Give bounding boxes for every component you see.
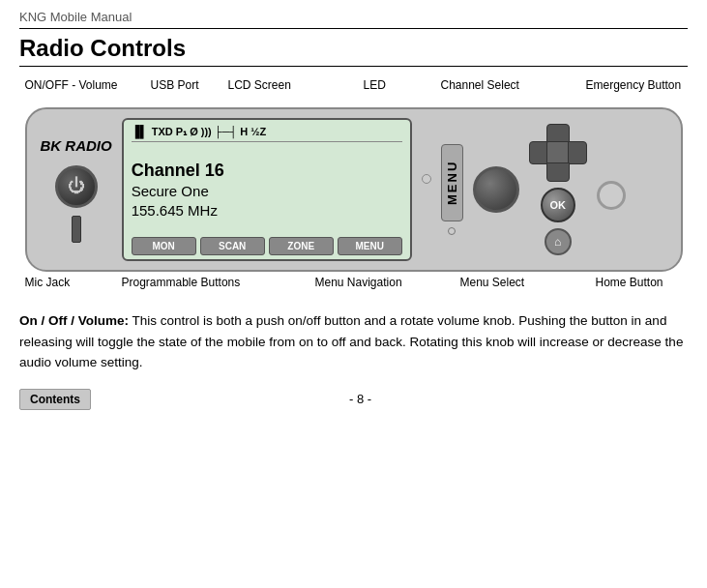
menu-column: MENU <box>441 144 463 235</box>
nav-center-button[interactable] <box>546 141 570 164</box>
lcd-btn-menu[interactable]: MENU <box>338 237 402 255</box>
label-menu-navigation: Menu Navigation <box>315 276 402 289</box>
section-title: Radio Controls <box>19 35 688 62</box>
section-divider <box>19 66 688 67</box>
label-mic-jack: Mic Jack <box>25 276 71 289</box>
usb-port[interactable] <box>72 216 81 243</box>
lcd-display: ▐▌ TXD P₁ Ø ))) ├─┤ H ½Z Channel 16 Secu… <box>122 118 412 261</box>
lcd-main-text: Channel 16 Secure One 155.645 MHz <box>132 146 402 233</box>
power-knob[interactable] <box>55 165 98 208</box>
lcd-secure: Secure One <box>132 182 402 201</box>
channel-select-knob[interactable] <box>473 166 519 213</box>
manual-title: KNG Mobile Manual <box>19 10 688 24</box>
label-menu-select: Menu Select <box>460 276 525 289</box>
nav-right-button[interactable] <box>568 141 587 164</box>
lcd-buttons: MON SCAN ZONE MENU <box>132 237 402 255</box>
page-header: KNG Mobile Manual <box>19 10 688 29</box>
lcd-btn-scan[interactable]: SCAN <box>200 237 265 255</box>
top-labels: ON/OFF - Volume USB Port LCD Screen LED … <box>25 78 683 107</box>
contents-button[interactable]: Contents <box>19 389 91 410</box>
led-indicator <box>422 174 431 184</box>
lcd-status-bar: ▐▌ TXD P₁ Ø ))) ├─┤ H ½Z <box>132 125 402 142</box>
label-programmable-buttons: Programmable Buttons <box>122 276 241 289</box>
label-home-button: Home Button <box>596 276 663 289</box>
radio-body: BK RADIO ▐▌ TXD P₁ Ø ))) ├─┤ H ½Z Channe… <box>25 107 683 272</box>
lcd-btn-mon[interactable]: MON <box>132 237 196 255</box>
lcd-channel: Channel 16 <box>132 160 402 182</box>
page-number: - 8 - <box>91 392 630 406</box>
menu-vertical-label[interactable]: MENU <box>441 144 463 221</box>
label-led: LED <box>364 78 386 92</box>
ok-button[interactable]: OK <box>541 188 575 222</box>
label-on-off-volume: ON/OFF - Volume <box>25 78 118 92</box>
bottom-labels: Mic Jack Programmable Buttons Menu Navig… <box>25 276 683 301</box>
led-small <box>448 227 456 235</box>
nav-left-button[interactable] <box>529 141 548 164</box>
body-text: On / Off / Volume: This control is both … <box>19 310 688 373</box>
label-usb-port: USB Port <box>151 78 199 92</box>
nav-section: OK ⌂ <box>529 124 587 255</box>
nav-cross <box>529 124 587 182</box>
label-emergency-button: Emergency Button <box>586 78 682 92</box>
nav-down-button[interactable] <box>546 162 570 182</box>
signal-icon: ▐▌ <box>132 125 148 138</box>
body-heading: On / Off / Volume: <box>19 313 129 328</box>
left-section: BK RADIO <box>41 137 112 243</box>
title-divider <box>19 28 688 29</box>
lcd-freq: 155.645 MHz <box>132 201 402 220</box>
emergency-button[interactable] <box>597 181 626 210</box>
nav-up-button[interactable] <box>546 124 570 143</box>
brand-label: BK RADIO <box>41 137 112 154</box>
lcd-btn-zone[interactable]: ZONE <box>269 237 334 255</box>
lcd-status-text: TXD P₁ Ø ))) ├─┤ H ½Z <box>152 126 266 138</box>
home-button[interactable]: ⌂ <box>545 228 572 255</box>
label-channel-select: Channel Select <box>441 78 519 92</box>
label-lcd-screen: LCD Screen <box>228 78 291 92</box>
radio-diagram: ON/OFF - Volume USB Port LCD Screen LED … <box>20 78 688 301</box>
